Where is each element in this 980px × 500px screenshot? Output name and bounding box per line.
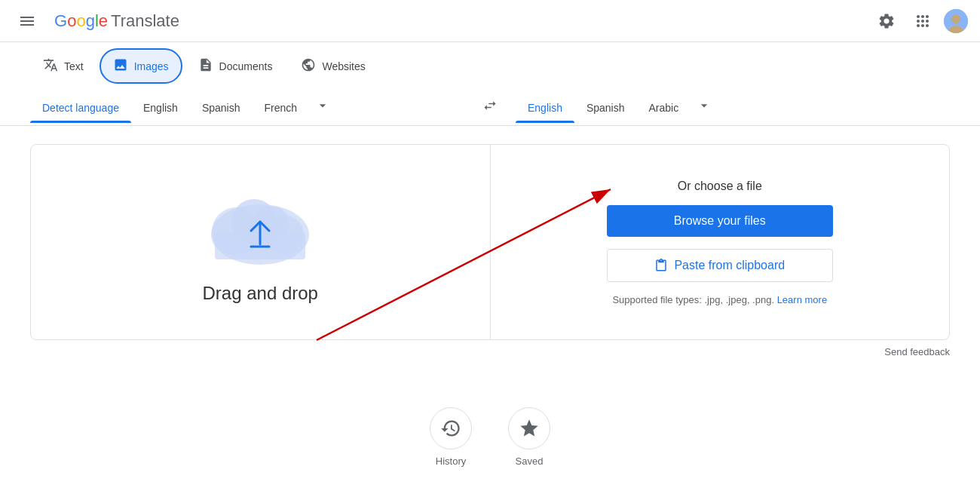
language-bar: Detect language English Spanish French E…: [0, 90, 980, 126]
paste-label: Paste from clipboard: [674, 259, 785, 272]
tabs-bar: Text Images Documents Websites: [0, 42, 980, 90]
drop-zone[interactable]: Drag and drop: [31, 145, 491, 339]
logo: Google Translate: [54, 11, 179, 31]
svg-point-1: [951, 14, 960, 23]
translate-box: Drag and drop Or choose a file Browse yo…: [30, 144, 950, 340]
lang-source-spanish[interactable]: Spanish: [190, 93, 253, 123]
file-chooser-panel: Or choose a file Browse your files Paste…: [491, 145, 950, 339]
target-lang-more[interactable]: [691, 92, 718, 123]
bottom-bar: History Saved: [0, 389, 980, 485]
history-circle: [430, 407, 472, 449]
or-choose-label: Or choose a file: [678, 179, 762, 193]
lang-target-english[interactable]: English: [516, 93, 574, 123]
cloud-upload-icon: [200, 180, 320, 271]
tab-documents-label: Documents: [219, 60, 273, 72]
source-lang-group: Detect language English Spanish French: [30, 92, 464, 123]
paste-clipboard-button[interactable]: Paste from clipboard: [607, 249, 833, 282]
history-icon: [440, 418, 461, 439]
target-lang-group: English Spanish Arabic: [516, 92, 950, 123]
clipboard-icon: [654, 259, 668, 272]
tab-text-label: Text: [64, 60, 84, 72]
tab-images[interactable]: Images: [100, 48, 182, 84]
main-content: Drag and drop Or choose a file Browse yo…: [0, 126, 980, 382]
swap-languages-button[interactable]: [464, 92, 516, 123]
send-feedback-link[interactable]: Send feedback: [30, 340, 950, 363]
tab-websites[interactable]: Websites: [288, 49, 378, 83]
tab-images-label: Images: [134, 60, 169, 72]
saved-item[interactable]: Saved: [508, 407, 550, 467]
menu-button[interactable]: [12, 6, 42, 36]
tab-text[interactable]: Text: [30, 49, 96, 83]
lang-source-french[interactable]: French: [252, 93, 309, 123]
history-label: History: [436, 456, 466, 467]
file-types-info: Supported file types: .jpg, .jpeg, .png.…: [612, 294, 827, 305]
learn-more-link[interactable]: Learn more: [777, 294, 827, 305]
lang-target-arabic[interactable]: Arabic: [637, 93, 691, 123]
app-title: Translate: [111, 11, 179, 31]
star-icon: [519, 418, 540, 439]
apps-button[interactable]: [908, 6, 938, 36]
image-icon: [113, 57, 128, 75]
tab-documents[interactable]: Documents: [185, 49, 286, 83]
tab-websites-label: Websites: [322, 60, 365, 72]
saved-circle: [508, 407, 550, 449]
browse-files-button[interactable]: Browse your files: [607, 205, 833, 237]
header-right: [871, 6, 968, 36]
lang-detect[interactable]: Detect language: [30, 93, 131, 123]
header-left: Google Translate: [12, 6, 179, 36]
lang-target-spanish[interactable]: Spanish: [574, 93, 637, 123]
header: Google Translate: [0, 0, 980, 42]
lang-source-english[interactable]: English: [131, 93, 190, 123]
saved-label: Saved: [516, 456, 544, 467]
settings-button[interactable]: [871, 6, 902, 36]
drag-drop-label: Drag and drop: [203, 283, 318, 304]
avatar[interactable]: [944, 9, 968, 33]
website-icon: [301, 57, 316, 75]
document-icon: [198, 57, 213, 75]
source-lang-more[interactable]: [309, 92, 336, 123]
text-translate-icon: [43, 57, 58, 75]
history-item[interactable]: History: [430, 407, 472, 467]
